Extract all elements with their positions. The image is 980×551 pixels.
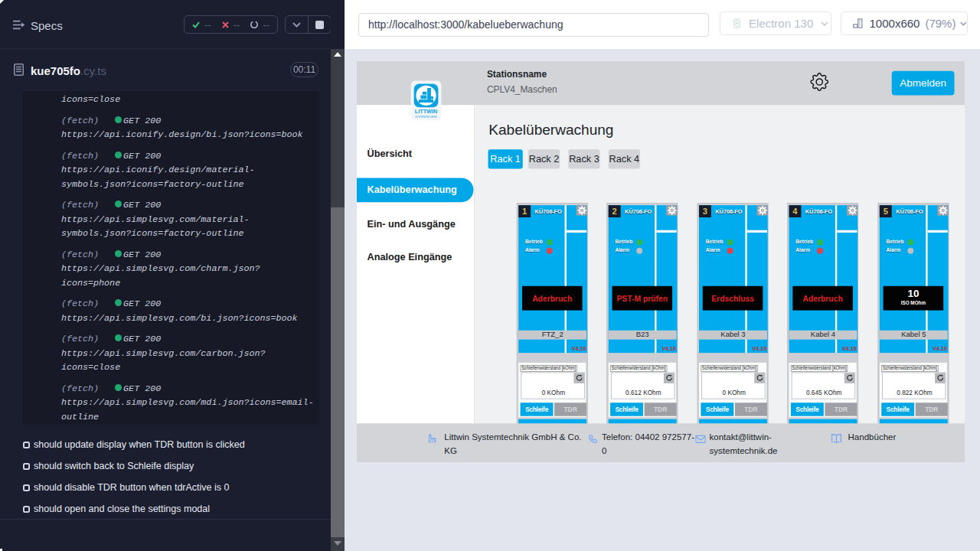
svg-text:LITTWIN: LITTWIN (415, 108, 438, 115)
svg-text:SYSTEMTECHNIK: SYSTEMTECHNIK (415, 116, 437, 119)
